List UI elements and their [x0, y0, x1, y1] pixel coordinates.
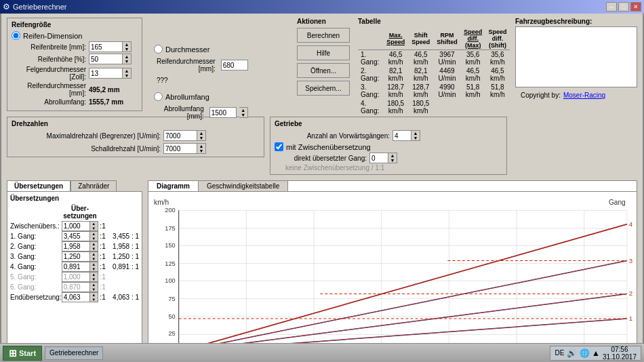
- table-row: 2. Gang: 82,1 km/h 82,1 km/h 4469 U/min …: [358, 66, 510, 83]
- schaltdrehzahl-down[interactable]: ▼: [197, 148, 205, 153]
- reifenhoehe-up[interactable]: ▲: [123, 54, 131, 59]
- chart-tabs: Diagramm Geschwindigkeitstabelle: [148, 181, 637, 192]
- max-speed-cell: 128,7 km/h: [383, 83, 408, 99]
- maxdrehzahl-down[interactable]: ▼: [197, 136, 205, 140]
- ub-input[interactable]: [62, 252, 90, 262]
- reifenbreite-row: Reifenbreite [mm]: ▲ ▼: [12, 41, 138, 52]
- close-button[interactable]: ✕: [630, 2, 641, 12]
- anzahl-down[interactable]: ▼: [411, 136, 420, 140]
- max-speed-cell: 82,1 km/h: [383, 66, 408, 83]
- table-row: 1. Gang: 46,5 km/h 46,5 km/h 3967 U/min …: [358, 50, 510, 67]
- ub-ratio: :1: [98, 292, 106, 302]
- ub-row: 4. Gang: ▲ ▼ :1 0,891 : 1: [10, 262, 139, 272]
- maximize-button[interactable]: □: [618, 2, 629, 12]
- chart-tab-diagramm[interactable]: Diagramm: [148, 181, 199, 191]
- reifendurchmesser-value: 495,2 mm: [89, 86, 120, 94]
- direkt-down[interactable]: ▼: [388, 158, 397, 163]
- speed-diff-max-cell: [461, 99, 485, 115]
- durchmesser-option[interactable]: Durchmesser: [154, 45, 248, 54]
- abrollumfang-input-field[interactable]: [209, 107, 237, 118]
- ub-down[interactable]: ▼: [90, 287, 98, 292]
- hilfe-button[interactable]: Hilfe: [297, 45, 350, 60]
- tab-uebersetzungen[interactable]: Übersetzungen: [7, 180, 71, 191]
- reifenhoehe-down[interactable]: ▼: [123, 59, 131, 64]
- direkt-up[interactable]: ▲: [388, 153, 397, 158]
- ub-label: Endübersetzung:: [10, 292, 62, 302]
- abrollumfang-up[interactable]: ▲: [239, 108, 247, 113]
- felge-down[interactable]: ▼: [123, 73, 131, 78]
- moser-link[interactable]: Moser-Racing: [563, 92, 605, 99]
- reifenbreite-up[interactable]: ▲: [123, 42, 131, 47]
- reifen-dimension-radio[interactable]: [12, 31, 20, 40]
- ub-row: 1. Gang: ▲ ▼ :1 3,455 : 1: [10, 231, 139, 241]
- berechnen-button[interactable]: Berechnen: [297, 28, 350, 43]
- ub-down[interactable]: ▼: [90, 237, 98, 241]
- durchmesser-radio[interactable]: [154, 45, 163, 54]
- anzahl-up[interactable]: ▲: [411, 131, 420, 136]
- offnen-button[interactable]: Öffnen...: [297, 63, 350, 78]
- ub-input[interactable]: [62, 262, 90, 272]
- gang-cell: 1. Gang:: [358, 50, 383, 67]
- reifenbreite-label: Reifenbreite [mm]:: [12, 43, 86, 51]
- ub-result: [107, 272, 139, 282]
- maxdrehzahl-input[interactable]: [163, 130, 197, 141]
- reifen-dimension-option[interactable]: Reifen-Dimension: [12, 31, 138, 40]
- ub-down[interactable]: ▼: [90, 226, 98, 231]
- minimize-button[interactable]: ─: [606, 2, 617, 12]
- ub-label: 6. Gang:: [10, 282, 62, 292]
- start-button[interactable]: ⊞ Start: [3, 346, 42, 361]
- copyright-text: Copyright by:: [521, 92, 561, 99]
- fahrzeug-textarea[interactable]: [515, 26, 637, 87]
- gang-cell: 4. Gang:: [358, 99, 383, 115]
- tab-zahnraeder[interactable]: Zahnräder: [71, 180, 117, 191]
- ub-input[interactable]: [62, 272, 90, 282]
- drehzahlen-title: Drehzahlen: [12, 120, 260, 127]
- ub-col-header: Über-setzungen: [62, 205, 99, 221]
- abrollumfang-radio[interactable]: [154, 92, 163, 101]
- chart-tab-table[interactable]: Geschwindigkeitstabelle: [199, 181, 288, 191]
- gang-cell: 2. Gang:: [358, 66, 383, 83]
- speichern-button[interactable]: Speichern...: [297, 81, 350, 96]
- maxdrehzahl-up[interactable]: ▲: [197, 131, 205, 136]
- ub-input[interactable]: [62, 231, 90, 241]
- felge-input[interactable]: [89, 68, 123, 79]
- ub-down[interactable]: ▼: [90, 267, 98, 272]
- ub-ratio: :1: [98, 221, 106, 231]
- reifengroesse-title: Reifengröße: [12, 21, 138, 28]
- chart-area: km/h Gang: [148, 192, 637, 362]
- ub-ratio: :1: [98, 282, 106, 292]
- svg-text:2: 2: [629, 290, 632, 297]
- ub-ratio: :1: [98, 241, 106, 252]
- anzahl-input[interactable]: [393, 130, 411, 141]
- reifenbreite-down[interactable]: ▼: [123, 47, 131, 52]
- zwischenub-checkbox[interactable]: [275, 142, 283, 151]
- ub-down[interactable]: ▼: [90, 277, 98, 282]
- app-taskbar-btn[interactable]: Getrieberechner: [45, 346, 103, 360]
- shift-speed-cell: 180,5 km/h: [408, 99, 433, 115]
- reifenhoehe-input[interactable]: [89, 54, 123, 64]
- ub-ratio: :1: [98, 272, 106, 282]
- reifendurchmesser-input-field[interactable]: [221, 60, 248, 71]
- svg-text:1: 1: [629, 315, 632, 322]
- ub-input[interactable]: [62, 292, 90, 302]
- title-bar: ⚙ Getrieberechner ─ □ ✕: [0, 0, 644, 14]
- direkt-input[interactable]: [369, 153, 388, 163]
- gang-label: Gang: [609, 199, 626, 206]
- ub-input[interactable]: [62, 241, 90, 252]
- ub-row: 2. Gang: ▲ ▼ :1 1,958 : 1: [10, 241, 139, 252]
- abrollumfang-option[interactable]: Abrollumfang: [154, 92, 248, 101]
- durchmesser-label: Durchmesser: [165, 45, 209, 54]
- col-rpm: RPM Shifted: [433, 28, 460, 50]
- ub-down[interactable]: ▼: [90, 247, 98, 252]
- shift-speed-cell: 82,1 km/h: [408, 66, 433, 83]
- schaltdrehzahl-up[interactable]: ▲: [197, 144, 205, 148]
- reifenbreite-input[interactable]: [89, 41, 123, 52]
- schaltdrehzahl-input[interactable]: [163, 143, 197, 154]
- ub-down[interactable]: ▼: [90, 298, 98, 302]
- felge-up[interactable]: ▲: [123, 68, 131, 73]
- ub-input[interactable]: [62, 282, 90, 292]
- y-axis-label: km/h: [154, 199, 169, 206]
- abrollumfang-down[interactable]: ▼: [239, 113, 247, 117]
- ub-input[interactable]: [62, 221, 90, 231]
- ub-down[interactable]: ▼: [90, 257, 98, 262]
